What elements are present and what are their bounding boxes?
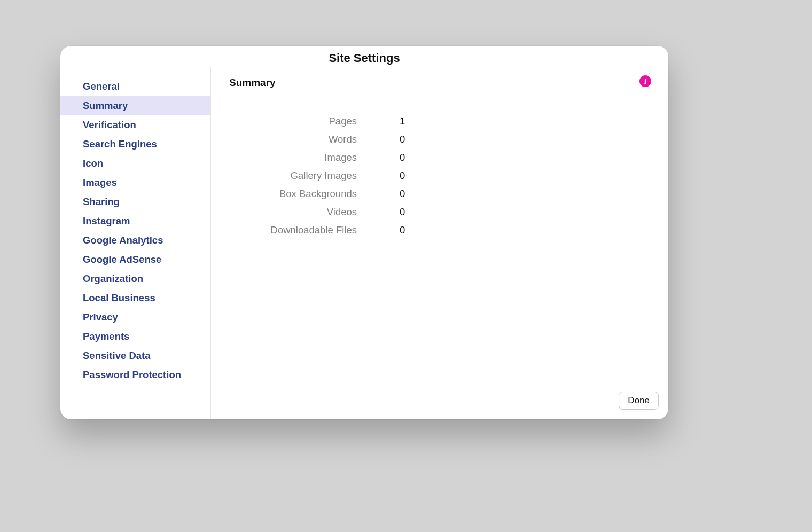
sidebar-item-images[interactable]: Images <box>60 173 210 192</box>
stat-row: Words0 <box>229 134 650 145</box>
section-title: Summary <box>229 77 650 89</box>
sidebar: GeneralSummaryVerificationSearch Engines… <box>60 67 211 419</box>
stat-label: Images <box>229 152 357 163</box>
stat-label: Pages <box>229 115 357 127</box>
sidebar-item-sharing[interactable]: Sharing <box>60 192 210 212</box>
content-pane: Summary i Pages1Words0Images0Gallery Ima… <box>211 67 668 419</box>
stat-value: 0 <box>357 152 405 163</box>
sidebar-item-local[interactable]: Local Business <box>60 288 210 308</box>
stat-label: Downloadable Files <box>229 224 357 236</box>
sidebar-item-verify[interactable]: Verification <box>60 115 210 135</box>
summary-stats: Pages1Words0Images0Gallery Images0Box Ba… <box>229 115 650 236</box>
stat-row: Box Backgrounds0 <box>229 188 650 200</box>
sidebar-item-label: Instagram <box>83 215 130 226</box>
sidebar-item-payments[interactable]: Payments <box>60 327 210 346</box>
sidebar-item-label: Sensitive Data <box>83 350 150 361</box>
sidebar-item-privacy[interactable]: Privacy <box>60 308 210 327</box>
stat-row: Videos0 <box>229 206 650 218</box>
sidebar-item-label: Password Protection <box>83 369 181 380</box>
stat-value: 1 <box>357 115 405 127</box>
sidebar-item-password[interactable]: Password Protection <box>60 365 210 385</box>
settings-window: Site Settings GeneralSummaryVerification… <box>60 46 668 419</box>
info-icon[interactable]: i <box>639 75 651 87</box>
sidebar-item-icon[interactable]: Icon <box>60 154 210 173</box>
stat-value: 0 <box>357 188 405 200</box>
sidebar-item-summary[interactable]: Summary <box>60 96 210 115</box>
title-bar: Site Settings <box>60 46 668 67</box>
sidebar-item-label: Local Business <box>83 292 155 303</box>
sidebar-item-label: Google AdSense <box>83 254 161 265</box>
stat-value: 0 <box>357 134 405 145</box>
sidebar-item-label: Images <box>83 177 117 188</box>
sidebar-item-label: Privacy <box>83 311 118 323</box>
window-title: Site Settings <box>60 51 668 65</box>
sidebar-item-general[interactable]: General <box>60 77 210 96</box>
stat-label: Videos <box>229 206 357 218</box>
stat-label: Box Backgrounds <box>229 188 357 200</box>
sidebar-item-ga[interactable]: Google Analytics <box>60 231 210 250</box>
sidebar-item-label: Summary <box>83 100 128 111</box>
sidebar-item-label: Verification <box>83 119 136 130</box>
stat-value: 0 <box>357 170 405 182</box>
done-button[interactable]: Done <box>619 392 659 410</box>
sidebar-item-instagram[interactable]: Instagram <box>60 212 210 231</box>
sidebar-item-label: Payments <box>83 331 129 342</box>
sidebar-item-sensitive[interactable]: Sensitive Data <box>60 346 210 365</box>
stat-label: Words <box>229 134 357 145</box>
sidebar-item-label: Search Engines <box>83 138 157 150</box>
stat-row: Images0 <box>229 152 650 163</box>
sidebar-item-label: Sharing <box>83 196 120 207</box>
sidebar-item-search[interactable]: Search Engines <box>60 135 210 154</box>
sidebar-item-adsense[interactable]: Google AdSense <box>60 250 210 269</box>
sidebar-item-label: Icon <box>83 158 103 169</box>
stat-row: Gallery Images0 <box>229 170 650 182</box>
stat-row: Downloadable Files0 <box>229 224 650 236</box>
sidebar-item-label: Google Analytics <box>83 234 163 246</box>
sidebar-item-org[interactable]: Organization <box>60 269 210 288</box>
stat-value: 0 <box>357 224 405 236</box>
stat-label: Gallery Images <box>229 170 357 182</box>
sidebar-item-label: Organization <box>83 273 143 284</box>
stat-row: Pages1 <box>229 115 650 127</box>
sidebar-item-label: General <box>83 81 120 92</box>
stat-value: 0 <box>357 206 405 218</box>
